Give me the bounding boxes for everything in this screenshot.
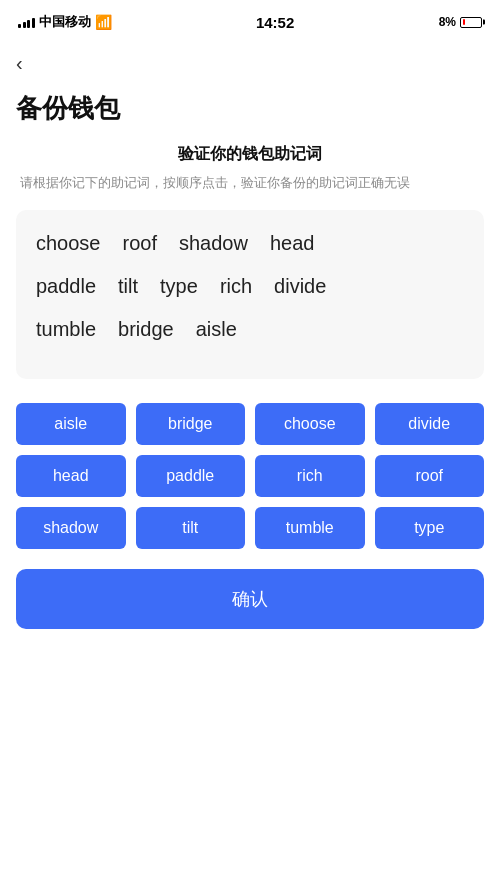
display-word-head: head (270, 232, 315, 255)
display-word-bridge: bridge (118, 318, 174, 341)
word-btn-tilt[interactable]: tilt (136, 507, 246, 549)
word-display-box: choose roof shadow head paddle tilt type… (16, 210, 484, 379)
carrier-label: 中国移动 (39, 13, 91, 31)
display-word-paddle: paddle (36, 275, 96, 298)
display-word-roof: roof (123, 232, 157, 255)
word-btn-choose[interactable]: choose (255, 403, 365, 445)
word-btn-bridge[interactable]: bridge (136, 403, 246, 445)
word-btn-tumble[interactable]: tumble (255, 507, 365, 549)
word-btn-head[interactable]: head (16, 455, 126, 497)
section-desc: 请根据你记下的助记词，按顺序点击，验证你备份的助记词正确无误 (0, 173, 500, 194)
back-button[interactable]: ‹ (16, 48, 23, 79)
time-label: 14:52 (256, 14, 294, 31)
display-word-rich: rich (220, 275, 252, 298)
confirm-section: 确认 (0, 569, 500, 629)
word-row-2: paddle tilt type rich divide (36, 275, 464, 312)
status-left: 中国移动 📶 (18, 13, 112, 31)
display-word-type: type (160, 275, 198, 298)
status-bar: 中国移动 📶 14:52 8% (0, 0, 500, 40)
word-btn-roof[interactable]: roof (375, 455, 485, 497)
page-title: 备份钱包 (0, 83, 500, 144)
word-btn-shadow[interactable]: shadow (16, 507, 126, 549)
nav-area: ‹ (0, 40, 500, 83)
display-word-aisle: aisle (196, 318, 237, 341)
battery-icon (460, 17, 482, 28)
word-row-3: tumble bridge aisle (36, 318, 464, 355)
word-row-1: choose roof shadow head (36, 232, 464, 269)
word-btn-rich[interactable]: rich (255, 455, 365, 497)
signal-icon (18, 16, 35, 28)
word-btn-divide[interactable]: divide (375, 403, 485, 445)
display-word-tumble: tumble (36, 318, 96, 341)
word-buttons-section: aisle bridge choose divide head paddle r… (0, 403, 500, 549)
status-right: 8% (439, 15, 482, 29)
section-title: 验证你的钱包助记词 (0, 144, 500, 165)
word-btn-paddle[interactable]: paddle (136, 455, 246, 497)
display-word-choose: choose (36, 232, 101, 255)
display-word-tilt: tilt (118, 275, 138, 298)
battery-pct-label: 8% (439, 15, 456, 29)
display-word-divide: divide (274, 275, 326, 298)
word-btn-type[interactable]: type (375, 507, 485, 549)
confirm-button[interactable]: 确认 (16, 569, 484, 629)
display-word-shadow: shadow (179, 232, 248, 255)
word-btn-aisle[interactable]: aisle (16, 403, 126, 445)
wifi-icon: 📶 (95, 14, 112, 30)
